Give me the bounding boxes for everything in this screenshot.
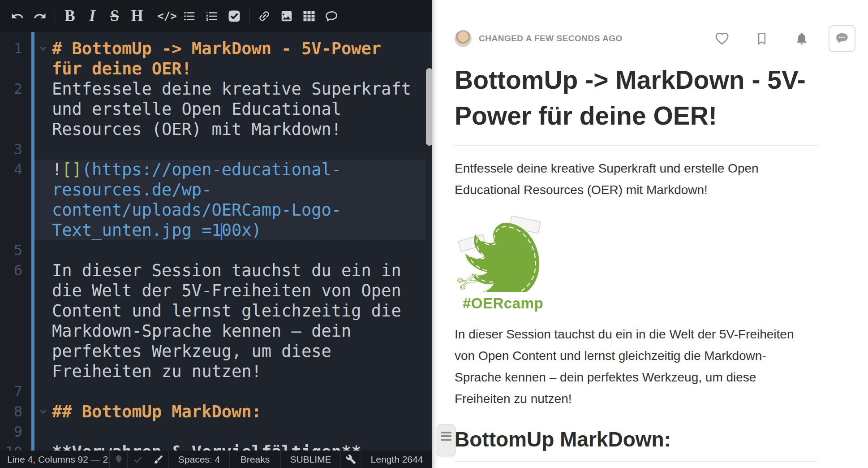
fold-gutter: [34, 422, 52, 442]
italic-button[interactable]: I: [81, 6, 103, 26]
oercamp-logo-image: ✂ #OERcamp: [457, 215, 547, 312]
fold-gutter: [34, 79, 52, 139]
breaks-setting[interactable]: Breaks: [229, 451, 280, 468]
ordered-list-icon[interactable]: [201, 6, 223, 26]
spaces-setting[interactable]: Spaces: 4: [168, 451, 229, 468]
toolbar-separator: [249, 8, 249, 25]
spellcheck-icon[interactable]: [127, 451, 148, 468]
code-icon: </>: [157, 10, 176, 22]
comments-button[interactable]: [829, 25, 855, 52]
fold-chevron-icon[interactable]: [34, 402, 52, 422]
notifications-bell-icon[interactable]: [795, 31, 809, 46]
editor-line[interactable]: 9: [0, 422, 425, 442]
preview-header: CHANGED A FEW SECONDS AGO: [432, 0, 868, 52]
toc-grip-handle[interactable]: [437, 424, 455, 456]
bold-icon: B: [64, 7, 75, 25]
doc-heading2: BottomUp MarkDown:: [455, 426, 817, 462]
editor-pane: B I S H </> 1# BottomUp -> MarkDow: [0, 0, 432, 468]
editor-line[interactable]: 3: [0, 139, 425, 160]
code-line-text[interactable]: [52, 381, 416, 402]
bold-button[interactable]: B: [59, 6, 81, 26]
task-checkbox-icon[interactable]: [223, 6, 245, 26]
editor-line[interactable]: 2Entfessele deine kreative Superkraft un…: [0, 79, 425, 139]
fold-chevron-icon[interactable]: [34, 39, 52, 79]
code-line-text[interactable]: Entfessele deine kreative Superkraft und…: [52, 79, 416, 139]
code-button[interactable]: </>: [156, 6, 178, 26]
doc-paragraph: Entfessele deine kreative Superkraft und…: [455, 158, 800, 201]
author-avatar[interactable]: [455, 30, 472, 47]
editor-line[interactable]: 4![](https://open-educational-resources.…: [0, 160, 425, 240]
strikethrough-icon: S: [110, 7, 119, 25]
fold-gutter: [34, 381, 52, 402]
fold-gutter: [34, 260, 52, 381]
editor-line[interactable]: 10**Verwahren & Vervielfältigen**: [0, 442, 425, 451]
line-number: 8: [0, 402, 31, 422]
image-icon[interactable]: [275, 6, 298, 26]
cursor-position-status: Line 4, Columns 92 — 21: [0, 451, 109, 468]
bookmark-icon[interactable]: [755, 32, 769, 45]
keymap-setting[interactable]: SUBLIME: [280, 451, 340, 468]
editor-line[interactable]: 1# BottomUp -> MarkDown - 5V-Power für d…: [0, 39, 425, 79]
line-number: 2: [0, 79, 31, 99]
fold-gutter: [34, 160, 52, 240]
code-editor[interactable]: 1# BottomUp -> MarkDown - 5V-Power für d…: [0, 32, 432, 451]
code-line-text[interactable]: [52, 240, 416, 260]
editor-line[interactable]: 5: [0, 240, 425, 260]
doc-length-status: Length 2644: [361, 451, 432, 468]
editor-toolbar: B I S H </>: [0, 0, 432, 32]
table-icon[interactable]: [298, 6, 320, 26]
code-line-text[interactable]: [52, 422, 416, 442]
line-number: 7: [0, 381, 31, 402]
wrench-icon[interactable]: [340, 451, 361, 468]
doc-title: BottomUp -> MarkDown - 5V-Power für dein…: [455, 62, 817, 146]
rendered-document: BottomUp -> MarkDown - 5V-Power für dein…: [432, 62, 868, 462]
code-line-text[interactable]: In dieser Session tauchst du ein in die …: [52, 260, 416, 381]
preview-pane: CHANGED A FEW SECONDS AGO BottomUp -> Ma…: [432, 0, 868, 468]
doc-paragraph: In dieser Session tauchst du ein in die …: [455, 324, 800, 410]
theme-brush-icon[interactable]: [148, 451, 168, 468]
line-number: 3: [0, 139, 31, 160]
editor-line[interactable]: 7: [0, 381, 425, 402]
comment-bubble-icon: [834, 31, 850, 46]
line-number: 1: [0, 39, 31, 59]
code-line-text[interactable]: ![](https://open-educational-resources.d…: [52, 160, 416, 240]
line-number: 5: [0, 240, 31, 260]
heading-button[interactable]: H: [126, 6, 148, 26]
editor-statusbar: Line 4, Columns 92 — 21 Spaces: 4 Breaks…: [0, 451, 432, 468]
last-changed-label: CHANGED A FEW SECONDS AGO: [479, 34, 623, 43]
bullet-list-icon[interactable]: [178, 6, 201, 26]
logo-caption: #OERcamp: [463, 295, 547, 312]
fold-gutter: [34, 442, 52, 451]
editor-scrollbar-thumb[interactable]: [426, 68, 432, 146]
editor-line[interactable]: 6In dieser Session tauchst du ein in die…: [0, 260, 425, 381]
toolbar-separator: [55, 8, 55, 25]
line-number: 4: [0, 160, 31, 180]
toolbar-separator: [152, 8, 152, 25]
heading-icon: H: [131, 7, 143, 25]
editor-line[interactable]: 8## BottomUp MarkDown:: [0, 402, 425, 422]
line-number: 6: [0, 260, 31, 281]
line-number: 9: [0, 422, 31, 442]
code-line-text[interactable]: # BottomUp -> MarkDown - 5V-Power für de…: [52, 39, 416, 79]
fold-gutter: [34, 139, 52, 160]
code-line-text[interactable]: [52, 139, 416, 160]
strikethrough-button[interactable]: S: [103, 6, 126, 26]
like-heart-icon[interactable]: [715, 31, 729, 46]
fold-gutter: [34, 240, 52, 260]
undo-icon[interactable]: [6, 6, 29, 26]
redo-icon[interactable]: [29, 6, 51, 26]
link-icon[interactable]: [253, 6, 275, 26]
hamburger-icon: [441, 432, 451, 456]
comment-icon[interactable]: [320, 6, 343, 26]
lightbulb-icon[interactable]: [109, 451, 127, 468]
code-line-text[interactable]: ## BottomUp MarkDown:: [52, 402, 416, 422]
line-number: 10: [0, 442, 31, 451]
code-line-text[interactable]: **Verwahren & Vervielfältigen**: [52, 442, 416, 451]
italic-icon: I: [89, 7, 95, 25]
